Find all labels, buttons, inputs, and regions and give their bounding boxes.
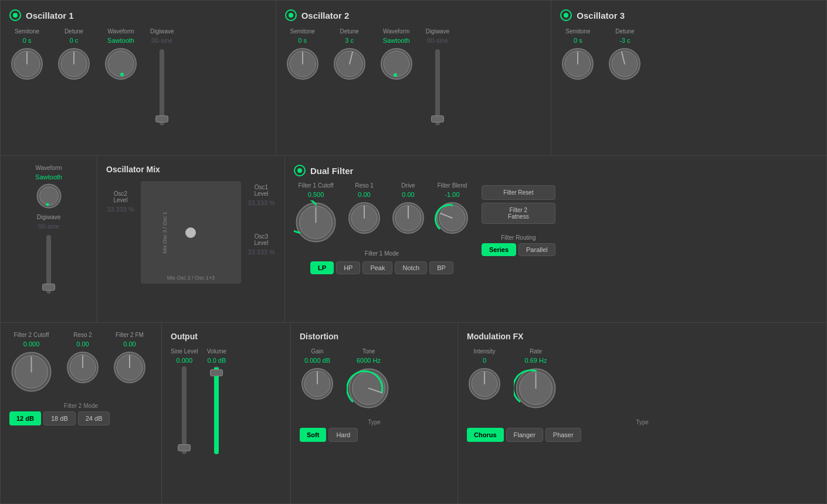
osc1-waveform-label: Waveform xyxy=(107,28,134,35)
distortion-hard-button[interactable]: Hard xyxy=(328,428,358,442)
volume-slider[interactable] xyxy=(214,366,219,454)
distortion-gain-label: Gain xyxy=(311,348,323,355)
filter-reset-button[interactable]: Filter Reset xyxy=(482,185,555,200)
volume-thumb[interactable] xyxy=(210,369,223,376)
output-title: Output xyxy=(171,332,282,341)
distortion-gain-knob[interactable] xyxy=(300,366,335,401)
osc2-digiwave-slider[interactable] xyxy=(435,49,440,125)
filter-mode-peak-button[interactable]: Peak xyxy=(362,261,392,274)
filter2-mode-24db-button[interactable]: 24 dB xyxy=(78,411,110,425)
osc1-level-group: Osc1 Level 33.333 % xyxy=(247,184,276,206)
filter1-cutoff-label: Filter 1 Cutoff xyxy=(299,182,334,189)
osc1-digiwave-slider-group xyxy=(160,46,164,125)
distortion-tone-value: 6000 Hz xyxy=(357,357,381,364)
osc-mix-xy-pad[interactable]: Mix Osc 3 / Osc 1 Mix Osc 2 / Osc 1+3 xyxy=(141,181,241,284)
osc2-level-value: 33.333 % xyxy=(107,206,134,213)
svg-point-7 xyxy=(108,51,134,77)
filter2-knobs-row: Filter 2 Cutoff 0.000 Reso 2 0.00 xyxy=(9,332,152,394)
osc1-power-button[interactable] xyxy=(9,9,21,21)
osc2-knobs-row: Semitone 0 s Detune 3 c xyxy=(285,28,543,125)
dual-filter-power-button[interactable] xyxy=(294,165,306,176)
osc3-semitone-label: Semitone xyxy=(565,28,590,35)
filter-controls: Filter 1 Cutoff 0.500 Reso 1 xyxy=(294,182,470,244)
routing-series-button[interactable]: Series xyxy=(482,243,516,256)
mix-levels: Osc1 Level 33.333 % Osc3 Level 33.333 % xyxy=(247,184,276,256)
osc2-digiwave-group: Digiwave 00-sine xyxy=(426,28,450,125)
filter1-cutoff-group: Filter 1 Cutoff 0.500 xyxy=(294,182,338,244)
osc3-detune-knob[interactable] xyxy=(607,46,642,81)
osc3-waveform-knob-mid[interactable] xyxy=(36,183,62,209)
osc1-detune-knob[interactable] xyxy=(56,46,91,81)
osc2-semitone-group: Semitone 0 s xyxy=(285,28,320,81)
svg-point-17 xyxy=(394,73,397,77)
distortion-tone-group: Tone 6000 Hz xyxy=(347,348,391,410)
filter-blend-knob[interactable] xyxy=(435,200,470,236)
distortion-gain-value: 0.000 dB xyxy=(304,357,330,364)
sine-level-thumb[interactable] xyxy=(178,444,191,451)
osc2-waveform-knob[interactable] xyxy=(379,46,414,81)
mix-xy-dot[interactable] xyxy=(185,227,196,238)
routing-parallel-button[interactable]: Parallel xyxy=(518,243,555,256)
distortion-tone-knob[interactable] xyxy=(347,366,391,410)
reso2-knob[interactable] xyxy=(65,350,100,385)
filter2-cutoff-group: Filter 2 Cutoff 0.000 xyxy=(9,332,53,394)
filter1-cutoff-knob[interactable] xyxy=(294,200,338,244)
mod-fx-intensity-label: Intensity xyxy=(473,348,495,355)
filter-mode-bp-button[interactable]: BP xyxy=(429,261,453,274)
mod-fx-rate-knob[interactable] xyxy=(514,366,558,410)
reso1-knob[interactable] xyxy=(347,200,382,236)
osc3-power-button[interactable] xyxy=(560,9,572,21)
osc1-semitone-knob[interactable] xyxy=(9,46,45,81)
osc2-digiwave-thumb[interactable] xyxy=(431,115,444,122)
osc3-semitone-knob[interactable] xyxy=(560,46,595,81)
filter-mode-notch-button[interactable]: Notch xyxy=(395,261,427,274)
filter-mode-hp-button[interactable]: HP xyxy=(336,261,360,274)
filter2-fatness-button[interactable]: Filter 2 Fatness xyxy=(482,203,555,224)
filter2-mode-18db-button[interactable]: 18 dB xyxy=(43,411,76,425)
mod-fx-knobs-row: Intensity 0 Rate 0.69 Hz xyxy=(467,348,818,410)
mod-fx-phaser-button[interactable]: Phaser xyxy=(545,428,581,442)
mod-fx-intensity-knob[interactable] xyxy=(467,366,502,401)
mod-fx-type-buttons: Chorus Flanger Phaser xyxy=(467,428,818,442)
filter2-cutoff-value: 0.000 xyxy=(23,340,40,348)
oscillator-1-panel: Oscillator 1 Semitone 0 s Detune 0 c xyxy=(1,1,276,155)
drive-knob[interactable] xyxy=(391,200,426,236)
filter1-mode-label: Filter 1 Mode xyxy=(310,250,453,257)
osc1-digiwave-value: 00-sine xyxy=(151,37,172,44)
osc3-digiwave-vslider[interactable] xyxy=(46,235,51,294)
volume-value: 0.0 dB xyxy=(207,357,226,364)
mod-fx-chorus-button[interactable]: Chorus xyxy=(467,428,504,442)
filter2-cutoff-knob[interactable] xyxy=(9,350,53,394)
osc1-digiwave-thumb[interactable] xyxy=(155,115,168,122)
mod-fx-rate-group: Rate 0.69 Hz xyxy=(514,348,558,410)
distortion-knobs-row: Gain 0.000 dB Tone 6000 Hz xyxy=(300,348,449,410)
osc3-detune-group: Detune -3 c xyxy=(607,28,642,81)
drive-group: Drive 0.00 xyxy=(391,182,426,236)
filter-mode-lp-button[interactable]: LP xyxy=(310,261,334,274)
filter2-mode-12db-button[interactable]: 12 dB xyxy=(9,411,41,425)
filter1-cutoff-value: 0.500 xyxy=(308,191,324,198)
osc3-digiwave-thumb-mid[interactable] xyxy=(42,284,55,291)
mod-fx-intensity-group: Intensity 0 xyxy=(467,348,502,401)
dual-filter-header: Dual Filter xyxy=(294,165,818,176)
oscillator-3-panel: Oscillator 3 Semitone 0 s Detune -3 c xyxy=(551,1,826,155)
osc3-header: Oscillator 3 xyxy=(560,9,818,21)
svg-point-8 xyxy=(120,73,124,76)
filter2-fm-knob[interactable] xyxy=(112,350,147,385)
osc1-digiwave-slider[interactable] xyxy=(160,49,164,125)
mix-xy-label-y: Mix Osc 3 / Osc 1 xyxy=(161,212,167,253)
osc2-detune-knob[interactable] xyxy=(332,46,367,81)
oscillator-2-panel: Oscillator 2 Semitone 0 s Detune 3 c xyxy=(276,1,552,155)
osc2-power-button[interactable] xyxy=(285,9,297,21)
osc2-semitone-knob[interactable] xyxy=(285,46,320,81)
mod-fx-flanger-button[interactable]: Flanger xyxy=(506,428,543,442)
osc3-level-label: Osc3 Level xyxy=(247,233,276,246)
osc2-digiwave-slider-group xyxy=(435,46,440,125)
osc2-level-label: Osc2 Level xyxy=(106,190,135,203)
distortion-type-label: Type xyxy=(300,419,449,425)
osc2-semitone-label: Semitone xyxy=(290,28,315,35)
osc1-waveform-knob[interactable] xyxy=(103,46,138,81)
distortion-soft-button[interactable]: Soft xyxy=(300,428,326,442)
osc3-digiwave-slider-mid xyxy=(46,232,51,294)
sine-level-slider[interactable] xyxy=(182,366,187,454)
